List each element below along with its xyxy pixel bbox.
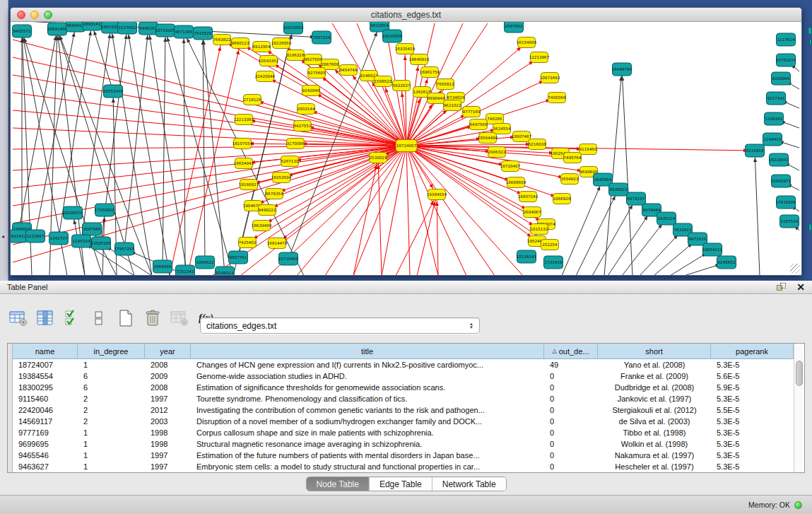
table-cell[interactable]: Structural magnetic resonance image aver…	[191, 438, 544, 450]
table-cell[interactable]: 5.5E-5	[711, 404, 794, 416]
table-cell[interactable]: 0	[544, 393, 598, 404]
table-row[interactable]: 969969511998Structural magnetic resonanc…	[13, 438, 794, 450]
table-cell[interactable]: 0	[544, 404, 598, 416]
column-header-pagerank[interactable]: pagerank	[711, 344, 794, 358]
table-cell[interactable]: 18300295	[13, 382, 78, 393]
table-cell[interactable]: 1	[78, 438, 145, 450]
table-cell[interactable]: Estimation of the future numbers of pati…	[191, 450, 544, 461]
table-cell[interactable]: 2009	[145, 370, 191, 382]
table-cell[interactable]: Investigating the contribution of common…	[191, 404, 544, 416]
close-window-button[interactable]	[17, 11, 25, 19]
table-cell[interactable]: Nakamura et al. (1997)	[598, 450, 711, 461]
table-cell[interactable]: 1998	[145, 427, 191, 438]
table-cell[interactable]: 5.3E-5	[711, 416, 794, 427]
table-selector-dropdown[interactable]: citations_edges.txt ▲▼	[200, 317, 480, 334]
table-cell[interactable]: Genome-wide association studies in ADHD.	[191, 370, 544, 382]
close-panel-icon[interactable]: ✕	[796, 282, 805, 292]
table-row[interactable]: 946554611997Estimation of the future num…	[13, 450, 794, 461]
table-cell[interactable]: Franke et al. (2009)	[598, 370, 711, 382]
window-resize-grip[interactable]	[790, 264, 800, 274]
merge-tables-icon[interactable]	[89, 309, 108, 328]
column-header-year[interactable]: year	[145, 344, 191, 358]
table-cell[interactable]: Hescheler et al. (1997)	[598, 461, 711, 472]
table-cell[interactable]: 9777169	[13, 427, 78, 438]
table-row[interactable]: 1872400712008Changes of HCN gene express…	[13, 359, 794, 370]
row-selection-icon[interactable]	[62, 309, 81, 328]
network-window-titlebar[interactable]: citations_edges.txt	[11, 8, 801, 22]
table-cell[interactable]: Estimation of significance thresholds fo…	[191, 382, 544, 393]
table-row[interactable]: 911546021997Tourette syndrome. Phenomeno…	[13, 393, 794, 404]
delete-attribute-icon[interactable]	[143, 309, 162, 328]
tab-edge-table[interactable]: Edge Table	[370, 477, 433, 491]
table-row[interactable]: 1456911722003Disruption of a novel membe…	[13, 416, 794, 427]
table-settings-icon[interactable]	[8, 309, 28, 328]
table-cell[interactable]: 5.3E-5	[711, 450, 794, 461]
table-cell[interactable]: 9463627	[13, 461, 78, 472]
table-cell[interactable]: 1	[78, 450, 145, 461]
table-cell[interactable]: 5.3E-5	[711, 393, 794, 404]
column-header-title[interactable]: title	[191, 344, 544, 358]
table-cell[interactable]: Disruption of a novel member of a sodium…	[191, 416, 544, 427]
table-cell[interactable]: Changes of HCN gene expression and I(f) …	[191, 359, 544, 370]
table-row[interactable]: 946362711997Embryonic stem cells: a mode…	[13, 461, 794, 472]
table-cell[interactable]: 9465546	[13, 450, 78, 461]
table-cell[interactable]: de Silva et al. (2003)	[598, 416, 711, 427]
table-cell[interactable]: 5.3E-5	[711, 461, 794, 472]
table-cell[interactable]: Wolkin et al. (1998)	[598, 438, 711, 450]
table-cell[interactable]: 5.3E-5	[711, 438, 794, 450]
table-cell[interactable]: 2008	[145, 359, 191, 370]
table-cell[interactable]: 2	[78, 393, 145, 404]
table-cell[interactable]: 1	[78, 359, 145, 370]
table-cell[interactable]: Embryonic stem cells: a model to study s…	[191, 461, 544, 472]
column-header-name[interactable]: name	[13, 344, 78, 358]
collapse-handle-icon[interactable]: ◂	[1, 233, 4, 240]
table-cell[interactable]: 19384554	[13, 370, 78, 382]
column-visibility-icon[interactable]	[35, 309, 54, 328]
table-cell[interactable]: 49	[544, 359, 598, 370]
tab-network-table[interactable]: Network Table	[433, 477, 506, 491]
table-cell[interactable]: 0	[544, 416, 598, 427]
column-header-in-degree[interactable]: in_degree	[78, 344, 145, 358]
table-cell[interactable]: 6	[78, 370, 145, 382]
table-cell[interactable]: Tibbo et al. (1998)	[598, 427, 711, 438]
minimize-window-button[interactable]	[30, 11, 39, 19]
memory-status-indicator[interactable]	[794, 501, 802, 509]
table-cell[interactable]: 6	[78, 382, 145, 393]
table-cell[interactable]: 1997	[145, 450, 191, 461]
table-cell[interactable]: 1	[78, 427, 145, 438]
table-cell[interactable]: 1997	[145, 393, 191, 404]
table-cell[interactable]: 9115460	[13, 393, 78, 404]
column-header-short[interactable]: short	[598, 344, 711, 358]
zoom-window-button[interactable]	[44, 11, 52, 19]
column-header-out-de-[interactable]: △out_de...	[544, 344, 598, 358]
table-cell[interactable]: Tourette syndrome. Phenomenology and cla…	[191, 393, 544, 404]
table-cell[interactable]: 14569117	[13, 416, 78, 427]
table-cell[interactable]: 0	[544, 382, 598, 393]
table-cell[interactable]: 2	[78, 404, 145, 416]
new-table-icon[interactable]	[116, 309, 135, 328]
table-scrollbar-thumb[interactable]	[796, 361, 803, 386]
table-cell[interactable]: 0	[544, 461, 598, 472]
table-row[interactable]: 977716911998Corpus callosum shape and si…	[13, 427, 794, 438]
table-row[interactable]: 1830029562008Estimation of significance …	[13, 382, 794, 393]
table-cell[interactable]: 0	[544, 370, 598, 382]
table-cell[interactable]: Corpus callosum shape and size in male p…	[191, 427, 544, 438]
table-cell[interactable]: Dudbridge et al. (2008)	[598, 382, 711, 393]
table-cell[interactable]: 5.9E-5	[711, 382, 794, 393]
table-cell[interactable]: 2	[78, 416, 145, 427]
table-cell[interactable]: 18724007	[13, 359, 78, 370]
table-cell[interactable]: 0	[544, 427, 598, 438]
network-canvas[interactable]: 1872400796601238912954182260588186328105…	[11, 22, 801, 275]
table-cell[interactable]: 2003	[145, 416, 191, 427]
table-cell[interactable]: 5.3E-5	[711, 359, 794, 370]
table-cell[interactable]: Stergiakouli et al. (2012)	[598, 404, 711, 416]
table-row[interactable]: 2242004622012Investigating the contribut…	[13, 404, 794, 416]
table-cell[interactable]: 1997	[145, 461, 191, 472]
table-cell[interactable]: 0	[544, 438, 598, 450]
table-cell[interactable]: 1998	[145, 438, 191, 450]
tab-node-table[interactable]: Node Table	[306, 477, 370, 491]
table-cell[interactable]: 1	[78, 461, 145, 472]
table-cell[interactable]: 5.3E-5	[711, 427, 794, 438]
table-cell[interactable]: 0	[544, 450, 598, 461]
table-row[interactable]: 1938455462009Genome-wide association stu…	[13, 370, 794, 382]
